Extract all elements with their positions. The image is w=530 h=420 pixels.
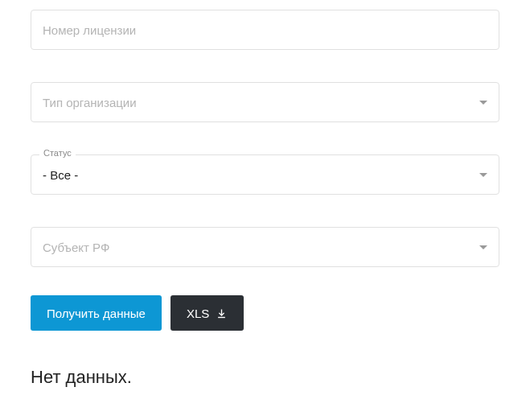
license-number-field[interactable]: [31, 10, 499, 50]
license-number-input[interactable]: [43, 23, 487, 37]
org-type-placeholder: Тип организации: [43, 96, 473, 109]
export-xls-label: XLS: [187, 307, 209, 320]
no-data-message: Нет данных.: [31, 367, 499, 388]
status-select[interactable]: Статус - Все -: [31, 154, 499, 195]
chevron-down-icon: [479, 101, 487, 105]
download-icon: [216, 307, 228, 319]
status-value: - Все -: [43, 168, 473, 182]
org-type-select[interactable]: Тип организации: [31, 82, 499, 122]
chevron-down-icon: [479, 173, 487, 177]
export-xls-button[interactable]: XLS: [171, 295, 244, 331]
chevron-down-icon: [479, 245, 487, 249]
region-placeholder: Субъект РФ: [43, 241, 473, 254]
status-label: Статус: [39, 148, 76, 158]
submit-button[interactable]: Получить данные: [31, 295, 162, 331]
button-row: Получить данные XLS: [31, 295, 499, 331]
region-select[interactable]: Субъект РФ: [31, 227, 499, 267]
